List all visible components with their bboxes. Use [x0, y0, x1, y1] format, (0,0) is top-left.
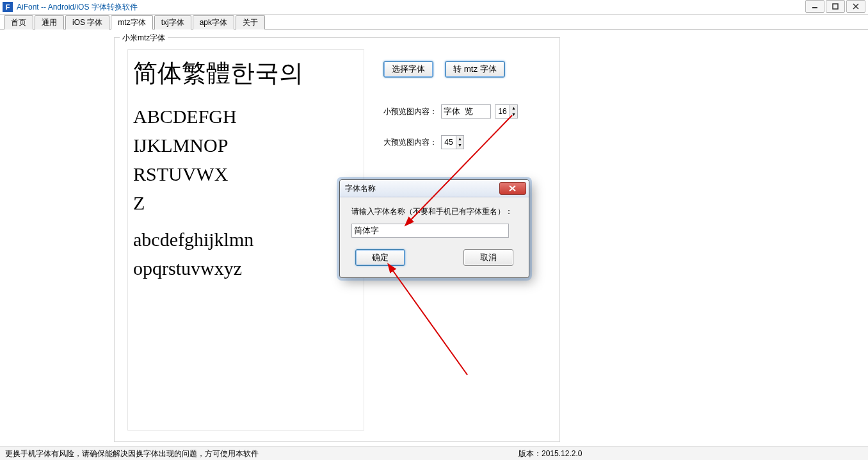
preview-upper-4: Z — [133, 188, 358, 217]
dialog-close-button[interactable] — [499, 182, 526, 195]
select-font-button[interactable]: 选择字体 — [383, 61, 433, 78]
small-preview-label: 小预览图内容： — [383, 106, 437, 117]
font-preview-pane: 简体繁體한국의 ABCDEFGH IJKLMNOP RSTUVWX Z abcd… — [127, 49, 364, 431]
preview-lower-1: abcdefghijklmn — [133, 225, 358, 254]
font-name-dialog: 字体名称 请输入字体名称（不要和手机已有字体重名）： 确定 取消 — [339, 179, 529, 278]
spinner-down-icon[interactable]: ▼ — [510, 111, 517, 118]
window-close-button[interactable] — [846, 0, 865, 13]
font-name-input[interactable] — [351, 224, 509, 238]
window-titlebar: F AiFont -- Android/iOS 字体转换软件 — [0, 0, 868, 15]
close-icon — [509, 185, 517, 192]
tab-apk-font[interactable]: apk字体 — [193, 15, 234, 29]
window-title: AiFont -- Android/iOS 字体转换软件 — [17, 2, 138, 13]
dialog-prompt: 请输入字体名称（不要和手机已有字体重名）： — [351, 206, 517, 217]
dialog-title-text: 字体名称 — [345, 183, 376, 194]
dialog-ok-button[interactable]: 确定 — [355, 249, 405, 266]
preview-cjk: 简体繁體한국의 — [133, 55, 358, 92]
big-preview-size-spinner[interactable]: ▲▼ — [441, 135, 464, 149]
dialog-cancel-button[interactable]: 取消 — [463, 249, 513, 266]
svg-rect-1 — [833, 4, 838, 9]
small-preview-input[interactable] — [441, 104, 491, 119]
big-preview-label: 大预览图内容： — [383, 137, 437, 148]
preview-upper-1: ABCDEFGH — [133, 102, 358, 131]
preview-lower-2: opqrstuvwxyz — [133, 254, 358, 283]
tab-ios-font[interactable]: iOS 字体 — [65, 15, 109, 29]
status-message: 更换手机字体有风险，请确保能解决因换字体出现的问题，方可使用本软件 — [5, 448, 259, 459]
spinner-up-icon[interactable]: ▲ — [456, 136, 463, 142]
spinner-down-icon[interactable]: ▼ — [456, 142, 463, 149]
convert-mtz-button[interactable]: 转 mtz 字体 — [445, 61, 505, 78]
window-maximize-button[interactable] — [826, 0, 845, 13]
tab-general[interactable]: 通用 — [35, 15, 64, 29]
groupbox-legend: 小米mtz字体 — [120, 33, 168, 44]
spinner-up-icon[interactable]: ▲ — [510, 105, 517, 111]
preview-upper-3: RSTUVWX — [133, 160, 358, 188]
tab-mtz-font[interactable]: mtz字体 — [111, 15, 152, 29]
status-bar: 更换手机字体有风险，请确保能解决因换字体出现的问题，方可使用本软件 版本：201… — [0, 447, 868, 460]
tab-about[interactable]: 关于 — [236, 15, 265, 29]
small-preview-size-spinner[interactable]: ▲▼ — [495, 104, 518, 119]
app-icon: F — [3, 2, 13, 12]
preview-upper-2: IJKLMNOP — [133, 131, 358, 160]
tab-txj-font[interactable]: txj字体 — [154, 15, 191, 29]
big-preview-size-value[interactable] — [442, 136, 456, 149]
tab-bar: 首页 通用 iOS 字体 mtz字体 txj字体 apk字体 关于 — [0, 15, 868, 29]
status-version: 版本：2015.12.2.0 — [518, 448, 582, 459]
window-minimize-button[interactable] — [805, 0, 824, 13]
dialog-titlebar[interactable]: 字体名称 — [340, 180, 529, 197]
small-preview-size-value[interactable] — [495, 105, 510, 118]
tab-home[interactable]: 首页 — [4, 15, 33, 29]
